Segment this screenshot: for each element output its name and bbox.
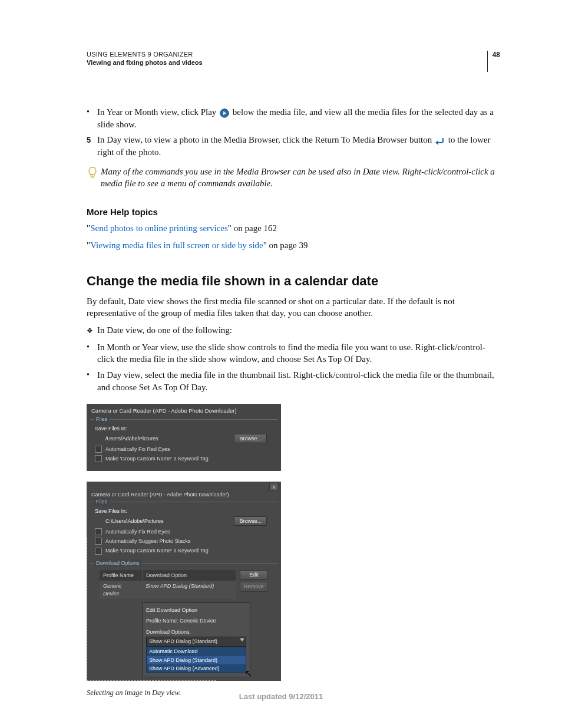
checkbox[interactable] (95, 446, 102, 453)
chevron-down-icon (240, 638, 244, 641)
checkbox-label: Make 'Group Custom Name' a Keyword Tag (105, 547, 209, 554)
running-header: USING ELEMENTS 9 ORGANIZER Viewing and f… (87, 51, 500, 72)
browse-button[interactable]: Browse... (234, 434, 267, 443)
save-files-label: Save Files In: (95, 508, 273, 515)
checkbox-label: Automatically Fix Red Eyes (105, 446, 170, 453)
text: " on page 162 (228, 223, 277, 233)
text: In Date view, do one of the following: (97, 324, 500, 337)
lead-bullet: ❖ In Date view, do one of the following: (87, 324, 500, 337)
checkbox[interactable] (95, 538, 102, 545)
bullet-item: • In Month or Year view, use the slide s… (87, 341, 500, 365)
diamond-mark: ❖ (87, 324, 97, 337)
crop-indicator (87, 538, 87, 681)
text: In Year or Month view, click Play (97, 107, 219, 117)
edit-download-option-panel: Edit Download Option Profile Name: Gener… (142, 602, 250, 677)
bullet-mark: • (87, 341, 97, 365)
text: In Day view, select the media file in th… (97, 369, 500, 393)
dialog-title: Camera or Card Reader (APD - Adobe Photo… (87, 404, 281, 419)
files-group: Files Save Files In: /Users/Adobe/Pictur… (90, 419, 277, 468)
play-icon (220, 108, 229, 118)
page-number: 48 (488, 51, 500, 72)
remove-button: Remove (240, 582, 268, 591)
selected-option: Show APD Dialog (Standard) (149, 638, 217, 644)
lightbulb-icon (88, 167, 97, 180)
edit-button[interactable]: Edit (240, 570, 268, 579)
screenshot-apd-win: x Camera or Card Reader (APD - Adobe Pho… (87, 482, 281, 681)
table-row[interactable]: Generic Device Show APD Dialog (Standard… (100, 581, 236, 599)
running-subtitle: Viewing and fixing photos and videos (87, 59, 482, 66)
browse-button[interactable]: Browse... (234, 516, 267, 526)
cursor-icon: ↖ (244, 667, 252, 680)
help-link[interactable]: Viewing media files in full screen or si… (90, 241, 263, 250)
dropdown-option[interactable]: Show APD Dialog (Standard) (147, 656, 246, 664)
help-link-line: "Viewing media files in full screen or s… (87, 239, 500, 252)
options-table: Profile Name Download Option Generic Dev… (100, 570, 236, 599)
download-options-select[interactable]: Show APD Dialog (Standard) (146, 637, 246, 647)
crop-indicator (87, 680, 216, 681)
dialog-title: Camera or Card Reader (APD - Adobe Photo… (87, 490, 281, 502)
dropdown-option[interactable]: Automatic Download (147, 647, 246, 655)
return-icon (435, 137, 445, 145)
section-heading: Change the media file shown in a calenda… (87, 272, 500, 290)
cell-profile: Generic Device (100, 581, 142, 599)
body: • In Year or Month view, click Play belo… (87, 106, 500, 699)
tip-text: Many of the commands you use in the Medi… (101, 166, 500, 190)
page: USING ELEMENTS 9 ORGANIZER Viewing and f… (0, 0, 562, 728)
download-options-group: Download Options Edit Remove Profile Nam… (90, 563, 277, 681)
paragraph: By default, Date view shows the first me… (87, 295, 500, 319)
group-legend: Files (94, 498, 110, 505)
tip: Many of the commands you use in the Medi… (87, 166, 500, 190)
checkbox[interactable] (95, 455, 102, 462)
checkbox-label: Automatically Suggest Photo Stacks (105, 538, 191, 545)
svg-marker-2 (435, 140, 438, 145)
panel-profile-label: Profile Name: Generic Device (146, 617, 246, 624)
panel-title: Edit Download Option (146, 607, 246, 614)
group-legend: Files (94, 416, 110, 423)
checkbox-label: Make 'Group Custom Name' a Keyword Tag (105, 455, 209, 462)
text: " on page 39 (263, 241, 308, 250)
dropdown-option[interactable]: Show APD Dialog (Advanced) (147, 664, 246, 673)
cell-option: Show APD Dialog (Standard) (142, 581, 236, 599)
col-profile-name: Profile Name (100, 570, 143, 581)
step-number: 5 (87, 134, 97, 158)
help-link[interactable]: Send photos to online printing services (90, 223, 228, 233)
svg-point-3 (89, 167, 96, 175)
download-options-dropdown: Automatic Download Show APD Dialog (Stan… (146, 647, 246, 673)
files-group: Files Save Files In: C:\Users\Adobe\Pict… (90, 502, 277, 561)
running-title: USING ELEMENTS 9 ORGANIZER (87, 51, 482, 58)
text: In Month or Year view, use the slide sho… (97, 341, 500, 365)
text: In Day view, to view a photo in the Medi… (97, 135, 434, 144)
bullet-mark: • (87, 369, 97, 393)
panel-download-label: Download Options: (146, 628, 246, 635)
checkbox[interactable] (95, 548, 102, 555)
bullet-item: • In Day view, select the media file in … (87, 369, 500, 393)
col-download-option: Download Option (143, 570, 236, 581)
checkbox-label: Automatically Fix Red Eyes (105, 528, 170, 535)
bullet-item: • In Year or Month view, click Play belo… (87, 106, 500, 130)
save-files-label: Save Files In: (95, 425, 273, 432)
group-legend: Download Options (94, 559, 142, 566)
close-button[interactable]: x (269, 483, 279, 491)
checkbox[interactable] (95, 528, 102, 535)
bullet-mark: • (87, 106, 97, 130)
more-help-heading: More Help topics (87, 206, 500, 219)
step-item: 5 In Day view, to view a photo in the Me… (87, 134, 500, 158)
help-link-line: "Send photos to online printing services… (87, 222, 500, 235)
footer-last-updated: Last updated 9/12/2011 (0, 692, 562, 701)
screenshot-apd-mac: Camera or Card Reader (APD - Adobe Photo… (87, 404, 281, 470)
